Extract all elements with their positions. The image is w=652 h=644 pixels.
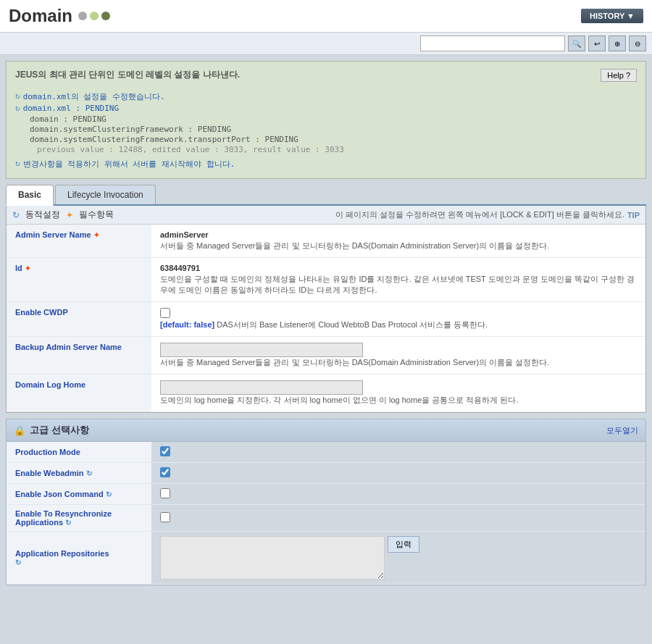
dynamic-settings-icon: ↻ [12,210,20,220]
enable-resync-checkbox[interactable] [160,512,170,522]
tab-basic[interactable]: Basic [6,185,54,206]
label-app-repositories: Application Repositories ↻ [7,532,151,585]
id-desc: 도메인을 구성할 때 도메인의 정체성을 나타내는 유일한 ID를 지정한다. … [160,274,637,296]
tip-label: TIP [627,211,640,219]
label-enable-resync: Enable To ResynchronizeApplications ↻ [7,505,151,532]
info-line-2-text: domain.xml : PENDING [23,104,119,113]
table-row: Domain Log Home 도메인의 log home을 지정한다. 각 서… [7,375,645,412]
table-row: Application Repositories ↻ 입력 [7,532,645,585]
label-enable-cwdp: Enable CWDP [7,302,151,337]
label-domain-log-home: Domain Log Home [7,375,151,412]
required-items-label: 필수항목 [79,209,114,221]
search-input[interactable] [420,35,565,51]
domain-log-home-input[interactable] [160,380,363,395]
history-button[interactable]: HISTORY ▼ [581,9,643,23]
expand-all-button[interactable]: 모두열기 [606,425,638,436]
label-admin-server-name: Admin Server Name ✦ [7,225,151,258]
default-tag: [default: false] [160,320,214,329]
id-value: 638449791 [160,264,637,272]
value-enable-cwdp: [default: false] DAS서버의 Base Listener에 C… [151,302,645,337]
label-backup-admin: Backup Admin Server Name [7,337,151,375]
info-warning: ↻ 변경사항을 적용하기 위해서 서버를 재시작해야 합니다. [15,159,637,170]
form-table: Admin Server Name ✦ adminServer 서버들 중 Ma… [7,225,645,412]
advanced-section: 🔒 고급 선택사항 모두열기 Production Mode Enable We… [6,419,646,585]
refresh-icon-2: ↻ [15,104,20,113]
tabs: Basic Lifecycle Invocation [6,185,646,206]
search-toolbar: 🔍 ↩ ⊕ ⊖ [0,33,652,55]
info-warning-text: 변경사항을 적용하기 위해서 서버를 재시작해야 합니다. [23,159,235,170]
advanced-table: Production Mode Enable Webadmin ↻ Enable… [7,442,645,585]
value-admin-server-name: adminServer 서버들 중 Managed Server들을 관리 및 … [151,225,645,258]
admin-server-name-desc: 서버들 중 Managed Server들을 관리 및 모니터링하는 DAS(D… [160,241,637,251]
value-enable-json-command [151,484,645,505]
info-note: previous value : 12488, edited value : 3… [37,145,637,154]
toolbar-left: ↻ 동적설정 ✦ 필수항목 [12,209,114,221]
required-icon: ✦ [25,264,30,272]
info-description: JEUS의 최대 관리 단위인 도메인 레벨의 설정을 나타낸다. [15,69,240,81]
enable-webadmin-checkbox[interactable] [160,467,170,477]
domain-title: Domain [9,6,72,26]
json-command-refresh-icon: ↻ [106,490,112,498]
label-id: Id ✦ [7,258,151,302]
dot-dark-green [101,12,110,20]
refresh-icon-1: ↻ [15,91,20,101]
table-row: Enable Json Command ↻ [7,484,645,505]
info-sub-2: domain.systemClusteringFramework : PENDI… [30,125,637,134]
content-toolbar: ↻ 동적설정 ✦ 필수항목 이 페이지의 설정을 수정하려면 왼쪽 메뉴에서 [… [7,206,645,225]
info-line-1-text: domain.xml의 설정을 수정했습니다. [23,91,165,102]
advanced-title-text: 고급 선택사항 [30,424,89,437]
dot-green [90,12,99,20]
admin-server-name-value: adminServer [160,230,637,239]
production-mode-checkbox[interactable] [160,446,170,456]
refresh-icon-warning: ↻ [15,159,20,168]
value-production-mode [151,442,645,463]
back-button[interactable]: ↩ [588,35,606,51]
search-button[interactable]: 🔍 [568,35,585,51]
content-area: ↻ 동적설정 ✦ 필수항목 이 페이지의 설정을 수정하려면 왼쪽 메뉴에서 [… [6,206,646,413]
advanced-title: 🔒 고급 선택사항 [14,424,89,437]
tab-lifecycle-invocation[interactable]: Lifecycle Invocation [55,185,156,204]
table-row: Enable To ResynchronizeApplications ↻ [7,505,645,532]
backup-admin-input[interactable] [160,343,363,357]
enable-cwdp-checkbox[interactable] [160,308,170,318]
info-sub-3: domain.systemClusteringFramework.transpo… [30,135,637,144]
help-button[interactable]: Help ? [601,69,637,82]
table-row: Enable Webadmin ↻ [7,463,645,484]
domain-log-home-desc: 도메인의 log home을 지정한다. 각 서버의 log home이 없으면… [160,395,637,406]
enable-json-command-checkbox[interactable] [160,488,170,498]
table-row: Enable CWDP [default: false] DAS서버의 Base… [7,302,645,337]
table-row: Id ✦ 638449791 도메인을 구성할 때 도메인의 정체성을 나타내는… [7,258,645,302]
remove-button[interactable]: ⊖ [629,35,646,51]
page-title: Domain [9,6,110,26]
webadmin-refresh-icon: ↻ [86,469,92,477]
lock-icon: 🔒 [14,425,25,436]
required-icon: ✦ [93,231,99,239]
app-repo-wrap: 입력 [160,536,637,580]
table-row: Production Mode [7,442,645,463]
value-backup-admin: 서버들 중 Managed Server들을 관리 및 모니터링하는 DAS(D… [151,337,645,375]
required-items-icon: ✦ [66,210,73,220]
backup-admin-desc: 서버들 중 Managed Server들을 관리 및 모니터링하는 DAS(D… [160,357,637,368]
header: Domain HISTORY ▼ [0,0,652,33]
value-domain-log-home: 도메인의 log home을 지정한다. 각 서버의 log home이 없으면… [151,375,645,412]
add-button[interactable]: ⊕ [609,35,626,51]
advanced-header: 🔒 고급 선택사항 모두열기 [7,419,645,442]
label-enable-webadmin: Enable Webadmin ↻ [7,463,151,484]
app-repositories-textarea[interactable] [160,536,385,580]
value-enable-resync [151,505,645,532]
toolbar-right: 이 페이지의 설정을 수정하려면 왼쪽 메뉴에서 [LOCK & EDIT] 버… [335,209,640,220]
info-line-2: ↻ domain.xml : PENDING [15,104,637,113]
value-id: 638449791 도메인을 구성할 때 도메인의 정체성을 나타내는 유일한 … [151,258,645,302]
info-line-1: ↻ domain.xml의 설정을 수정했습니다. [15,91,637,102]
tip-text: 이 페이지의 설정을 수정하려면 왼쪽 메뉴에서 [LOCK & EDIT] 버… [335,209,624,220]
value-enable-webadmin [151,463,645,484]
label-production-mode: Production Mode [7,442,151,463]
app-repo-refresh-icon: ↻ [15,559,21,566]
info-header: JEUS의 최대 관리 단위인 도메인 레벨의 설정을 나타낸다. Help ? [15,69,637,87]
decorative-dots [78,12,110,20]
enable-cwdp-desc: [default: false] DAS서버의 Base Listener에 C… [160,319,637,330]
dot-gray [78,12,87,20]
label-enable-json-command: Enable Json Command ↻ [7,484,151,505]
app-repositories-input-button[interactable]: 입력 [388,536,419,553]
value-app-repositories: 입력 [151,532,645,585]
